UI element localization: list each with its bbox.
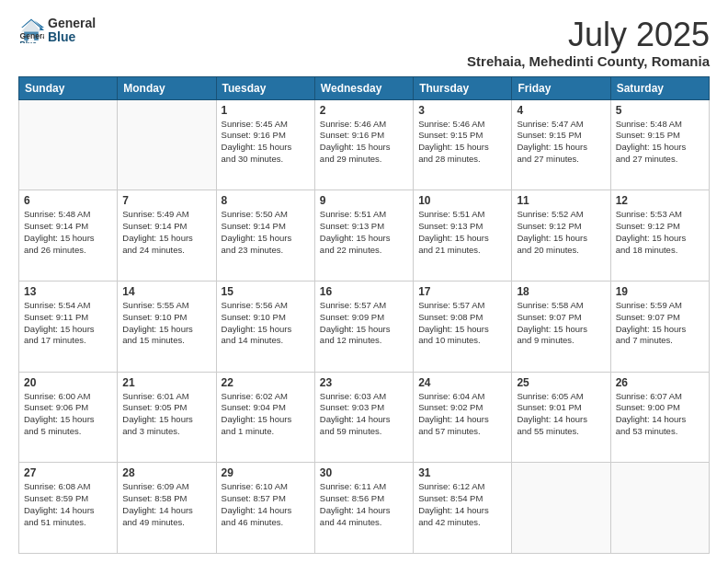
table-row	[19, 99, 118, 190]
day-info: Sunrise: 5:54 AM Sunset: 9:11 PM Dayligh…	[24, 300, 112, 347]
day-number: 23	[320, 376, 408, 389]
day-number: 29	[222, 466, 310, 479]
day-number: 13	[24, 285, 112, 298]
col-sunday: Sunday	[19, 76, 118, 99]
table-row: 17Sunrise: 5:57 AM Sunset: 9:08 PM Dayli…	[414, 281, 512, 372]
table-row: 11Sunrise: 5:52 AM Sunset: 9:12 PM Dayli…	[512, 190, 610, 282]
table-row	[512, 463, 610, 554]
table-row	[118, 99, 216, 190]
day-number: 21	[122, 376, 210, 389]
page: General Blue General Blue July 2025 Stre…	[0, 0, 728, 563]
table-row: 16Sunrise: 5:57 AM Sunset: 9:09 PM Dayli…	[314, 281, 413, 372]
table-row: 3Sunrise: 5:46 AM Sunset: 9:15 PM Daylig…	[414, 99, 512, 190]
day-info: Sunrise: 6:04 AM Sunset: 9:02 PM Dayligh…	[418, 391, 506, 438]
logo-icon: General Blue	[18, 17, 44, 43]
day-number: 27	[24, 466, 112, 479]
day-info: Sunrise: 5:48 AM Sunset: 9:15 PM Dayligh…	[616, 119, 704, 166]
day-info: Sunrise: 6:12 AM Sunset: 8:54 PM Dayligh…	[418, 481, 506, 528]
calendar-table: Sunday Monday Tuesday Wednesday Thursday…	[18, 76, 710, 554]
table-row: 6Sunrise: 5:48 AM Sunset: 9:14 PM Daylig…	[19, 190, 118, 282]
day-info: Sunrise: 6:11 AM Sunset: 8:56 PM Dayligh…	[320, 481, 408, 528]
day-info: Sunrise: 5:58 AM Sunset: 9:07 PM Dayligh…	[517, 300, 605, 347]
day-number: 16	[320, 285, 408, 298]
logo-general-text: General	[48, 17, 96, 30]
table-row: 7Sunrise: 5:49 AM Sunset: 9:14 PM Daylig…	[118, 190, 216, 282]
table-row: 10Sunrise: 5:51 AM Sunset: 9:13 PM Dayli…	[414, 190, 512, 282]
col-tuesday: Tuesday	[216, 76, 314, 99]
table-row: 4Sunrise: 5:47 AM Sunset: 9:15 PM Daylig…	[512, 99, 610, 190]
day-info: Sunrise: 6:01 AM Sunset: 9:05 PM Dayligh…	[122, 391, 210, 438]
table-row: 22Sunrise: 6:02 AM Sunset: 9:04 PM Dayli…	[216, 372, 314, 463]
day-info: Sunrise: 5:51 AM Sunset: 9:13 PM Dayligh…	[320, 209, 408, 256]
table-row: 9Sunrise: 5:51 AM Sunset: 9:13 PM Daylig…	[314, 190, 413, 282]
day-info: Sunrise: 5:51 AM Sunset: 9:13 PM Dayligh…	[418, 209, 506, 256]
day-info: Sunrise: 6:09 AM Sunset: 8:58 PM Dayligh…	[122, 481, 210, 528]
day-number: 19	[616, 285, 704, 298]
day-info: Sunrise: 5:53 AM Sunset: 9:12 PM Dayligh…	[616, 209, 704, 256]
day-number: 10	[418, 194, 506, 207]
day-info: Sunrise: 6:10 AM Sunset: 8:57 PM Dayligh…	[222, 481, 310, 528]
day-number: 12	[616, 194, 704, 207]
day-info: Sunrise: 5:49 AM Sunset: 9:14 PM Dayligh…	[122, 209, 210, 256]
calendar-row-0: 1Sunrise: 5:45 AM Sunset: 9:16 PM Daylig…	[19, 99, 710, 190]
table-row: 28Sunrise: 6:09 AM Sunset: 8:58 PM Dayli…	[118, 463, 216, 554]
day-number: 2	[320, 104, 408, 117]
table-row: 15Sunrise: 5:56 AM Sunset: 9:10 PM Dayli…	[216, 281, 314, 372]
table-row: 18Sunrise: 5:58 AM Sunset: 9:07 PM Dayli…	[512, 281, 610, 372]
day-info: Sunrise: 6:08 AM Sunset: 8:59 PM Dayligh…	[24, 481, 112, 528]
day-number: 11	[517, 194, 605, 207]
day-info: Sunrise: 5:52 AM Sunset: 9:12 PM Dayligh…	[517, 209, 605, 256]
day-info: Sunrise: 6:03 AM Sunset: 9:03 PM Dayligh…	[320, 391, 408, 438]
table-row: 24Sunrise: 6:04 AM Sunset: 9:02 PM Dayli…	[414, 372, 512, 463]
table-row: 19Sunrise: 5:59 AM Sunset: 9:07 PM Dayli…	[610, 281, 709, 372]
col-wednesday: Wednesday	[314, 76, 413, 99]
day-number: 9	[320, 194, 408, 207]
day-info: Sunrise: 5:55 AM Sunset: 9:10 PM Dayligh…	[122, 300, 210, 347]
day-info: Sunrise: 6:05 AM Sunset: 9:01 PM Dayligh…	[517, 391, 605, 438]
day-number: 3	[418, 104, 506, 117]
title-block: July 2025 Strehaia, Mehedinti County, Ro…	[467, 17, 710, 69]
day-info: Sunrise: 5:59 AM Sunset: 9:07 PM Dayligh…	[616, 300, 704, 347]
day-info: Sunrise: 5:45 AM Sunset: 9:16 PM Dayligh…	[222, 119, 310, 166]
table-row: 8Sunrise: 5:50 AM Sunset: 9:14 PM Daylig…	[216, 190, 314, 282]
table-row: 13Sunrise: 5:54 AM Sunset: 9:11 PM Dayli…	[19, 281, 118, 372]
table-row: 23Sunrise: 6:03 AM Sunset: 9:03 PM Dayli…	[314, 372, 413, 463]
day-info: Sunrise: 6:00 AM Sunset: 9:06 PM Dayligh…	[24, 391, 112, 438]
logo: General Blue General Blue	[18, 17, 96, 45]
main-title: July 2025	[467, 17, 710, 53]
day-number: 5	[616, 104, 704, 117]
day-number: 17	[418, 285, 506, 298]
table-row	[610, 463, 709, 554]
calendar-row-1: 6Sunrise: 5:48 AM Sunset: 9:14 PM Daylig…	[19, 190, 710, 282]
day-info: Sunrise: 5:48 AM Sunset: 9:14 PM Dayligh…	[24, 209, 112, 256]
table-row: 31Sunrise: 6:12 AM Sunset: 8:54 PM Dayli…	[414, 463, 512, 554]
table-row: 27Sunrise: 6:08 AM Sunset: 8:59 PM Dayli…	[19, 463, 118, 554]
subtitle: Strehaia, Mehedinti County, Romania	[467, 53, 710, 69]
day-number: 24	[418, 376, 506, 389]
day-number: 1	[222, 104, 310, 117]
day-info: Sunrise: 5:46 AM Sunset: 9:15 PM Dayligh…	[418, 119, 506, 166]
day-info: Sunrise: 6:02 AM Sunset: 9:04 PM Dayligh…	[222, 391, 310, 438]
table-row: 1Sunrise: 5:45 AM Sunset: 9:16 PM Daylig…	[216, 99, 314, 190]
day-info: Sunrise: 5:56 AM Sunset: 9:10 PM Dayligh…	[222, 300, 310, 347]
col-thursday: Thursday	[414, 76, 512, 99]
day-number: 18	[517, 285, 605, 298]
col-friday: Friday	[512, 76, 610, 99]
header: General Blue General Blue July 2025 Stre…	[18, 17, 710, 69]
table-row: 25Sunrise: 6:05 AM Sunset: 9:01 PM Dayli…	[512, 372, 610, 463]
day-info: Sunrise: 6:07 AM Sunset: 9:00 PM Dayligh…	[616, 391, 704, 438]
day-number: 14	[122, 285, 210, 298]
calendar-row-2: 13Sunrise: 5:54 AM Sunset: 9:11 PM Dayli…	[19, 281, 710, 372]
table-row: 30Sunrise: 6:11 AM Sunset: 8:56 PM Dayli…	[314, 463, 413, 554]
calendar-row-4: 27Sunrise: 6:08 AM Sunset: 8:59 PM Dayli…	[19, 463, 710, 554]
table-row: 29Sunrise: 6:10 AM Sunset: 8:57 PM Dayli…	[216, 463, 314, 554]
table-row: 20Sunrise: 6:00 AM Sunset: 9:06 PM Dayli…	[19, 372, 118, 463]
table-row: 2Sunrise: 5:46 AM Sunset: 9:16 PM Daylig…	[314, 99, 413, 190]
day-number: 28	[122, 466, 210, 479]
table-row: 12Sunrise: 5:53 AM Sunset: 9:12 PM Dayli…	[610, 190, 709, 282]
day-number: 20	[24, 376, 112, 389]
day-number: 15	[222, 285, 310, 298]
day-number: 30	[320, 466, 408, 479]
day-info: Sunrise: 5:57 AM Sunset: 9:09 PM Dayligh…	[320, 300, 408, 347]
table-row: 21Sunrise: 6:01 AM Sunset: 9:05 PM Dayli…	[118, 372, 216, 463]
